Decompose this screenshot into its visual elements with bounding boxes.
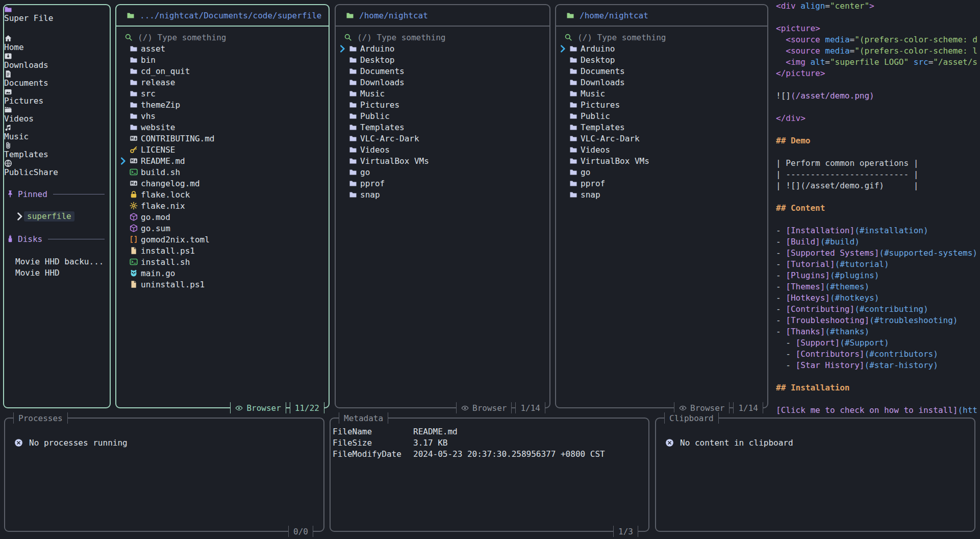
panel-mode: Browser xyxy=(230,402,286,413)
file-row[interactable]: themeZip xyxy=(116,99,329,110)
file-row[interactable]: pprof xyxy=(556,178,767,189)
superfile-terminal: { "app": { "name": "Super File" }, "colo… xyxy=(0,0,980,539)
folder-icon xyxy=(349,56,357,64)
app-title: Super File xyxy=(4,13,53,23)
preview-line: | Perform common operations | xyxy=(776,158,980,169)
file-row[interactable]: Public xyxy=(556,110,767,121)
pinned-section-header: Pinned xyxy=(4,188,110,200)
globe-icon xyxy=(4,159,12,167)
file-row[interactable]: Music xyxy=(336,88,549,99)
sidebar-item-documents[interactable]: Documents xyxy=(4,70,110,88)
sidebar-item-templates[interactable]: Templates xyxy=(4,141,110,159)
file-row[interactable]: Templates xyxy=(336,121,549,133)
selected-pinned-item: superfile xyxy=(24,211,74,222)
file-row[interactable]: Music xyxy=(556,88,767,99)
processes-title: Processes xyxy=(13,412,68,424)
file-row[interactable]: website xyxy=(116,121,329,133)
sidebar-item-pictures[interactable]: Pictures xyxy=(4,88,110,106)
file-row[interactable]: Desktop xyxy=(336,54,549,65)
panel-footer: Browser 1/14 xyxy=(674,402,763,413)
file-row[interactable]: bin xyxy=(116,54,329,65)
search-bar[interactable]: (/) Type something xyxy=(556,32,767,43)
search-bar[interactable]: (/) Type something xyxy=(116,32,329,43)
eye-icon xyxy=(461,404,469,412)
file-row[interactable]: Documents xyxy=(336,65,549,77)
sidebar-item-videos[interactable]: Videos xyxy=(4,106,110,124)
folder-icon xyxy=(130,123,138,131)
file-row-cursor[interactable]: Arduino xyxy=(556,43,767,54)
file-row[interactable]: snap xyxy=(336,189,549,200)
file-row[interactable]: gomod2nix.toml xyxy=(116,234,329,245)
file-row[interactable]: go.sum xyxy=(116,223,329,234)
file-row[interactable]: pprof xyxy=(336,178,549,189)
preview-line xyxy=(776,372,980,383)
preview-line xyxy=(776,147,980,158)
file-row[interactable]: install.ps1 xyxy=(116,245,329,256)
panel-counter: 1/14 xyxy=(733,402,763,413)
file-row[interactable]: changelog.md xyxy=(116,178,329,189)
file-row[interactable]: cd_on_quit xyxy=(116,65,329,77)
preview-line: ## Installation xyxy=(776,383,980,394)
preview-line xyxy=(776,12,980,23)
file-row[interactable]: vhs xyxy=(116,110,329,121)
file-row[interactable]: Documents xyxy=(556,65,767,77)
file-row[interactable]: go.mod xyxy=(116,211,329,223)
metadata-row: FileModifyDate2024-05-23 20:37:30.258956… xyxy=(331,448,648,459)
file-row[interactable]: Videos xyxy=(336,144,549,155)
sidebar-item-home[interactable]: Home xyxy=(4,34,110,52)
preview-line: | ![](/asset/demo.gif) | xyxy=(776,181,980,192)
file-row[interactable]: VirtualBox VMs xyxy=(336,155,549,166)
sidebar-item-music[interactable]: Music xyxy=(4,124,110,141)
file-row[interactable]: src xyxy=(116,88,329,99)
search-bar[interactable]: (/) Type something xyxy=(336,32,549,43)
file-row[interactable]: build.sh xyxy=(116,166,329,178)
preview-line: - [Troubleshooting](#troubleshooting) xyxy=(776,315,980,327)
file-row[interactable]: flake.lock xyxy=(116,189,329,200)
disk-item[interactable]: Movie HHD xyxy=(4,267,110,278)
folder-icon xyxy=(349,123,357,131)
sidebar-item-superfile[interactable]: superfile xyxy=(4,211,110,222)
file-row[interactable]: Downloads xyxy=(336,77,549,88)
file-row[interactable]: Pictures xyxy=(336,99,549,110)
panel-counter: 11/22 xyxy=(290,402,324,413)
file-row[interactable]: Desktop xyxy=(556,54,767,65)
file-row[interactable]: install.sh xyxy=(116,256,329,267)
disk-item[interactable]: Movie HHD backu... xyxy=(4,256,110,267)
sidebar-item-downloads[interactable]: Downloads xyxy=(4,52,110,70)
preview-line: - [Contributing](#contributing) xyxy=(776,304,980,315)
file-row[interactable]: CONTRIBUTING.md xyxy=(116,133,329,144)
file-row[interactable]: uninstall.ps1 xyxy=(116,279,329,290)
preview-line: ![](/asset/demo.png) xyxy=(776,91,980,102)
folder-icon xyxy=(349,78,357,86)
preview-line: [Click me to check on how to install](ht… xyxy=(776,405,980,416)
file-row[interactable]: snap xyxy=(556,189,767,200)
folder-icon xyxy=(569,168,577,176)
file-row[interactable]: Downloads xyxy=(556,77,767,88)
file-row[interactable]: flake.nix xyxy=(116,200,329,211)
file-row[interactable]: main.go xyxy=(116,267,329,279)
preview-line xyxy=(776,192,980,203)
file-row[interactable]: release xyxy=(116,77,329,88)
preview-line: - [Build](#build) xyxy=(776,237,980,248)
sidebar-item-publicshare[interactable]: PublicShare xyxy=(4,159,110,177)
usb-icon xyxy=(6,235,14,243)
file-row[interactable]: Public xyxy=(336,110,549,121)
folder-icon xyxy=(130,44,138,53)
file-row[interactable]: Videos xyxy=(556,144,767,155)
file-row[interactable]: Templates xyxy=(556,121,767,133)
file-row[interactable]: go xyxy=(556,166,767,178)
file-row[interactable]: VirtualBox VMs xyxy=(556,155,767,166)
file-row[interactable]: asset xyxy=(116,43,329,54)
file-row[interactable]: VLC-Arc-Dark xyxy=(556,133,767,144)
preview-line: <source media="(prefers-color-scheme: l xyxy=(776,46,980,57)
file-row[interactable]: VLC-Arc-Dark xyxy=(336,133,549,144)
folder-icon xyxy=(130,78,138,86)
music-icon xyxy=(4,124,12,132)
file-row[interactable]: go xyxy=(336,166,549,178)
file-row-cursor[interactable]: README.md xyxy=(116,155,329,166)
file-row-cursor[interactable]: Arduino xyxy=(336,43,549,54)
file-row[interactable]: LICENSE xyxy=(116,144,329,155)
file-icon xyxy=(130,280,138,288)
file-row[interactable]: Pictures xyxy=(556,99,767,110)
preview-line xyxy=(776,125,980,136)
